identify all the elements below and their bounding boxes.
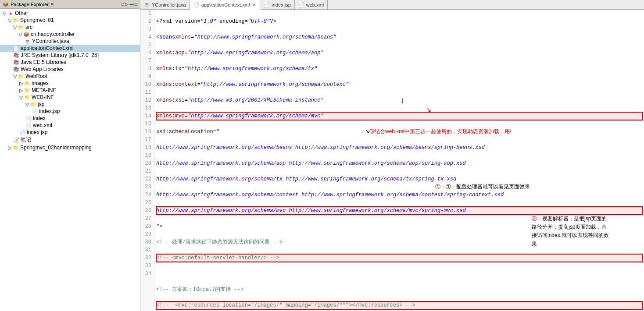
code-line-5: xmlns:context="http://www.springframewor… (156, 81, 642, 88)
tab-label: index.jsp (272, 2, 290, 7)
folder-icon: 📁 (18, 74, 24, 79)
red-arrow2: ↘ (426, 104, 431, 114)
code-content[interactable]: <?xml version="1.0" encoding="UTF-8"?> <… (154, 10, 644, 311)
sidebar-icon: 📦 (3, 1, 9, 7)
tab-label: web.xml (306, 2, 324, 7)
tree-item-jre[interactable]: 📚 JRE System Library [jdk1.7.0_25] (0, 52, 140, 59)
tree-item-webxml[interactable]: 📄 web.xml (0, 122, 140, 129)
tree-expand-icon: ▽ (13, 25, 17, 30)
minimize-icon[interactable]: — (129, 2, 134, 7)
tree-label: Other (15, 10, 28, 16)
expand-icon: ▽ (19, 95, 23, 100)
code-line-6: xmlns:xsi="http://www.w3.org/2001/XMLSch… (156, 96, 642, 104)
tab-label: YController.java (152, 2, 186, 7)
expand-icon: ▷ (19, 81, 23, 86)
tree-label: YController.java (32, 38, 69, 44)
tree-item-webapp[interactable]: 📚 Web App Libraries (0, 66, 140, 73)
collapse-icon[interactable]: □ (122, 2, 124, 7)
tree-item-controller[interactable]: ▽ 📦 cn.happy.controller (0, 31, 140, 38)
tab-close-icon[interactable]: ✕ (253, 3, 256, 7)
package-explorer: 📦 Package Explorer ✕ □ ▷ — □ ▽ 🔺 Other (0, 0, 140, 311)
code-line-1: <?xml version="1.0" encoding="UTF-8"?> (156, 18, 642, 25)
editor-area: ☕ YController.java 📄 applicationContext.… (140, 0, 644, 311)
java-icon: ☕ (25, 39, 31, 44)
tree-label: applicationContext.xml (21, 45, 74, 51)
tree-label: Web App Libraries (21, 66, 64, 72)
tree-item-ycontroller[interactable]: ☕ YController.java (0, 38, 140, 45)
tree-label: jsp (38, 101, 44, 107)
tree-item-springmvc01[interactable]: ▽ 📁 Springmvc_01 (0, 17, 140, 24)
code-line-16: <!-- <mvc:default-servlet-handler/> --> (156, 254, 642, 262)
tree-item-other[interactable]: ▽ 🔺 Other (0, 10, 140, 17)
code-line-11: http://www.springframework.org/schema/tx… (156, 175, 642, 183)
tree-item-jsp[interactable]: ▽ 📁 jsp (0, 101, 140, 108)
tree-label: WEB-INF (32, 94, 54, 100)
editor-tabs: ☕ YController.java 📄 applicationContext.… (140, 0, 644, 10)
tree-label: Springmvc_01 (20, 17, 54, 23)
code-line-9: http://www.springframework.org/schema/be… (156, 144, 642, 152)
tree-item-springmvc02[interactable]: ▷ 📁 Springmvc_02hanldermapping (0, 144, 140, 151)
tree-item-javaee[interactable]: 📚 Java EE 5 Libraries (0, 59, 140, 66)
folder-icon: 📁 (13, 145, 19, 151)
code-wrapper: <?xml version="1.0" encoding="UTF-8"?> <… (154, 10, 644, 311)
code-area[interactable]: 12345 678910 1112131415 1617181920 21222… (140, 10, 644, 311)
tree-label: src (25, 24, 32, 30)
tab-xml2-icon: 📄 (298, 2, 304, 7)
tree-folder-icon: 📁 (18, 25, 24, 30)
tree-item-src[interactable]: ▽ 📁 src (0, 24, 140, 31)
main-area: 📦 Package Explorer ✕ □ ▷ — □ ▽ 🔺 Other (0, 0, 644, 311)
expand-icon: ▷ (19, 88, 23, 93)
code-line-10: http://www.springframework.org/schema/ao… (156, 159, 642, 167)
tab-indexjsp[interactable]: 📄 index.jsp (260, 0, 294, 9)
tab-appcontext[interactable]: 📄 applicationContext.xml ✕ (190, 0, 261, 10)
tree-item-indexjsp-nested[interactable]: 📄 index.jsp (0, 108, 140, 115)
annotation-step3: ③结合web.xml中第三步一起使用的，实现动态资源加载，用/ (369, 128, 511, 135)
tree-label: JRE System Library [jdk1.7.0_25] (21, 52, 99, 58)
tree-item-metainf[interactable]: ▷ 📁 META-INF (0, 87, 140, 94)
jsp-icon: 📄 (32, 109, 38, 114)
tree-expand-icon: ▽ (8, 18, 11, 23)
window-container: 📦 Package Explorer ✕ □ ▷ — □ ▽ 🔺 Other (0, 0, 644, 311)
tree-item-webroot[interactable]: ▽ 📁 WebRoot (0, 73, 140, 80)
sidebar-close-icon[interactable]: ✕ (50, 2, 54, 7)
tree-folder-icon: 🔺 (7, 11, 14, 16)
tree-item-index[interactable]: 📄 index (0, 115, 140, 122)
tree-item-indexjsp2[interactable]: 📄 index.jsp (0, 129, 140, 136)
tree-label: cn.happy.controller (31, 31, 75, 37)
sidebar-header-icons: □ ▷ — □ (122, 2, 137, 7)
expand-icon: ▷ (8, 145, 11, 151)
tree-item-notes[interactable]: 📝 笔记 (0, 136, 140, 144)
lib-icon: 📚 (13, 67, 19, 72)
tree-label: index (33, 115, 46, 121)
tree-item-webinf[interactable]: ▽ 📁 WEB-INF (0, 94, 140, 101)
maximize-icon[interactable]: □ (135, 2, 137, 7)
tree-item-images[interactable]: ▷ 📁 images (0, 80, 140, 87)
notes-icon: 📝 (13, 137, 19, 143)
tree-item-appcontext[interactable]: 📄 applicationContext.xml (0, 45, 140, 52)
package-icon: 📦 (23, 32, 29, 37)
tab-xml-icon: 📄 (193, 2, 200, 7)
tree-label: web.xml (33, 122, 52, 128)
xml-icon: 📄 (13, 46, 19, 51)
tab-jsp-icon: 📄 (264, 2, 270, 7)
expand-icon: ▽ (25, 102, 29, 107)
tree-label: META-INF (32, 87, 56, 93)
tree-expand-icon: ▽ (3, 11, 6, 16)
sync-icon[interactable]: ▷ (125, 2, 129, 7)
tab-webxml[interactable]: 📄 web.xml (295, 0, 328, 9)
folder-icon: 📁 (24, 95, 30, 100)
tree-label: Java EE 5 Libraries (21, 59, 66, 65)
file-icon: 📄 (25, 116, 32, 121)
code-line-2: <beans xmlns="http://www.springframework… (156, 33, 642, 41)
tree-label: index.jsp (27, 129, 47, 135)
folder-icon: 📁 (30, 102, 36, 107)
sidebar-title: Package Explorer (11, 2, 49, 7)
tree-label: images (32, 80, 49, 86)
lib-icon: 📚 (13, 60, 19, 65)
tab-label: applicationContext.xml (201, 2, 250, 7)
sidebar-header: 📦 Package Explorer ✕ □ ▷ — □ (0, 0, 140, 9)
tab-ycontroller[interactable]: ☕ YController.java (140, 0, 190, 9)
tab-java-icon: ☕ (144, 2, 150, 7)
tree-expand-icon: ▽ (18, 32, 22, 37)
folder-icon: 📁 (24, 88, 30, 93)
